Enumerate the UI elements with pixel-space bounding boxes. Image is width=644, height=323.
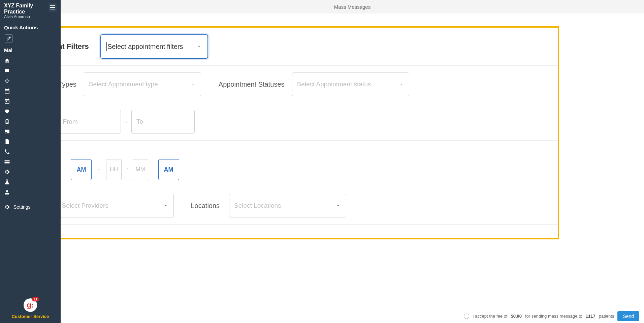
time-range-label: Time Range (19, 147, 552, 155)
nav-phone[interactable] (0, 147, 61, 157)
cog-icon (4, 169, 10, 175)
share-icon (4, 78, 10, 84)
row-providers-locations: Providers Select Providers Locations Sel… (13, 187, 558, 225)
cs-avatar: g: 11 (24, 298, 37, 312)
between-dash: - (125, 118, 127, 126)
locations-label: Locations (191, 202, 220, 210)
nav-notes[interactable] (0, 137, 61, 147)
patient-count: 1117 (586, 314, 595, 319)
statuses-label: Appointment Statuses (219, 81, 285, 88)
compose-icon (6, 36, 11, 41)
practice-name: XYZ Family Practice (4, 3, 49, 14)
cs-logo-icon: g: (27, 301, 34, 310)
chevron-down-icon (197, 44, 201, 49)
nav-calendar-alt[interactable] (0, 86, 61, 96)
appointment-filters-select[interactable]: Select appointment filters (100, 34, 208, 59)
sidebar: XYZ Family Practice Alvin Amoroso Quick … (0, 0, 61, 323)
row-types-statuses: Appointment Types Select Appointment typ… (13, 66, 558, 103)
appt-filters-select-text: Select appointment filters (107, 43, 183, 51)
row-time-range: Time Range HH : MM AM - HH : MM AM (13, 141, 558, 187)
chevron-down-icon (163, 203, 168, 208)
nav-clipboard[interactable] (0, 116, 61, 126)
menu-toggle-button[interactable] (49, 3, 57, 12)
quick-actions-heading: Quick Actions (0, 21, 61, 33)
notes-icon (4, 139, 10, 145)
customer-service-block[interactable]: g: 11 Customer Service (0, 295, 61, 323)
from-placeholder: From (63, 118, 77, 125)
compose-quick-action[interactable] (5, 34, 13, 42)
end-ampm-toggle[interactable]: AM (158, 159, 179, 180)
locations-select[interactable]: Select Locations (229, 194, 346, 217)
cs-label: Customer Service (0, 314, 61, 319)
main: Mass Messages Appointment Filters Select… (61, 0, 644, 323)
appointment-status-select[interactable]: Select Appointment status (292, 72, 409, 96)
patients-text: patients (599, 314, 614, 319)
for-text: for sending mass message to (525, 314, 582, 319)
time-dash: - (95, 166, 103, 174)
row-between: Between: From - To (13, 103, 558, 141)
calendar-alt-icon (4, 88, 10, 94)
nav-home[interactable] (0, 56, 61, 66)
main-heading: Mai (0, 45, 61, 56)
credit-card-icon (4, 159, 10, 165)
fee-amount: $0.00 (511, 314, 522, 319)
flask-icon (4, 179, 10, 185)
row-spacer (13, 225, 558, 238)
heart-icon (4, 108, 10, 114)
nav-person[interactable] (0, 187, 61, 197)
end-hour-input[interactable]: HH (106, 159, 122, 180)
gear-icon (4, 204, 10, 210)
page-title-bar: Mass Messages (61, 0, 644, 13)
nav-schedule[interactable] (0, 96, 61, 106)
start-ampm-toggle[interactable]: AM (71, 159, 92, 180)
home-icon (4, 58, 10, 64)
colon-sep-2: : (125, 167, 129, 173)
nav-chat[interactable] (0, 66, 61, 76)
to-date-input[interactable]: To (131, 110, 195, 134)
footer-bar: I accept the fee of $0.00 for sending ma… (61, 309, 644, 323)
accept-text: I accept the fee of (473, 314, 507, 319)
text-cursor (106, 42, 107, 51)
chevron-down-icon (399, 82, 404, 87)
schedule-icon (4, 98, 10, 104)
chevron-down-icon (191, 82, 195, 87)
sidebar-header: XYZ Family Practice Alvin Amoroso (0, 0, 61, 21)
clipboard-icon (4, 118, 10, 124)
accept-fee-radio[interactable] (464, 314, 469, 319)
appointment-type-select[interactable]: Select Appointment type (84, 72, 201, 96)
nav-gear[interactable] (0, 167, 61, 177)
contact-card-icon (4, 128, 10, 135)
chevron-down-icon (336, 203, 341, 208)
providers-select[interactable]: Select Providers (57, 194, 174, 217)
chat-icon (4, 68, 10, 74)
nav-settings-label: Settings (13, 204, 31, 210)
row-appointment-filters: Appointment Filters Select appointment f… (13, 28, 558, 66)
nav-share[interactable] (0, 76, 61, 86)
time-range-inputs: HH : MM AM - HH : MM AM (19, 159, 552, 180)
phone-icon (4, 149, 10, 155)
types-placeholder: Select Appointment type (89, 81, 158, 88)
statuses-placeholder: Select Appointment status (297, 81, 371, 88)
locations-placeholder: Select Locations (234, 202, 281, 209)
nav-contact-card[interactable] (0, 126, 61, 137)
person-icon (4, 189, 10, 195)
nav-settings[interactable]: Settings (0, 202, 61, 212)
end-minute-input[interactable]: MM (133, 159, 148, 180)
cs-badge: 11 (32, 297, 39, 301)
nav-heart[interactable] (0, 106, 61, 116)
to-placeholder: To (136, 118, 143, 125)
nav-card[interactable] (0, 157, 61, 167)
user-name: Alvin Amoroso (4, 14, 49, 19)
nav-lab[interactable] (0, 177, 61, 187)
from-date-input[interactable]: From (58, 110, 121, 134)
appointment-filters-panel: Appointment Filters Select appointment f… (11, 26, 559, 239)
send-button[interactable]: Send (617, 311, 639, 321)
side-nav: Settings (0, 56, 61, 295)
providers-placeholder: Select Providers (62, 202, 108, 209)
page-title: Mass Messages (334, 4, 371, 10)
